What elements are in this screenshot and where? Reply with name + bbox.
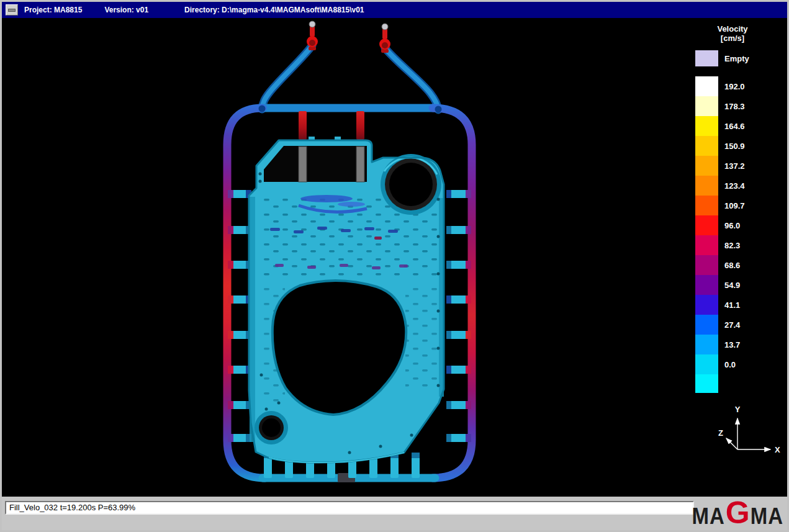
legend-swatch xyxy=(695,335,718,354)
color-legend: Velocity [cm/s] Empty 192.0 178.3 164.6 xyxy=(695,24,770,393)
legend-swatch xyxy=(695,76,718,96)
axis-z-label: Z xyxy=(718,428,723,438)
legend-value: 137.2 xyxy=(724,161,745,171)
legend-swatch xyxy=(695,275,718,295)
legend-entries: 192.0 178.3 164.6 150.9 137.2 xyxy=(695,76,770,374)
casting-visualization[interactable] xyxy=(2,18,787,497)
magma-logo: MA G MA xyxy=(692,500,783,528)
legend-swatch xyxy=(695,255,718,275)
legend-empty-label: Empty xyxy=(724,54,749,63)
legend-entry: 109.7 xyxy=(695,196,770,215)
legend-value: 13.7 xyxy=(724,340,740,349)
legend-value: 109.7 xyxy=(724,201,745,210)
legend-value: 150.9 xyxy=(724,142,745,151)
legend-entry: 164.6 xyxy=(695,116,770,136)
title-bar: Project: MA8815 Version: v01 Directory: … xyxy=(2,2,787,18)
legend-entry: 123.4 xyxy=(695,176,770,196)
legend-entry: 68.6 xyxy=(695,255,770,275)
bottom-bar: Fill_Velo_032 t=19.200s P=63.99% MA G MA xyxy=(2,497,787,530)
magma-logo-left: MA xyxy=(692,503,724,530)
legend-value: 54.9 xyxy=(724,281,740,290)
legend-end-swatch xyxy=(695,374,718,393)
result-name-field[interactable]: Fill_Velo_032 t=19.200s P=63.99% xyxy=(5,501,694,515)
ingate-bars-left xyxy=(228,190,251,442)
legend-swatch xyxy=(695,215,718,235)
legend-value: 0.0 xyxy=(724,360,736,369)
legend-value: 41.1 xyxy=(724,300,740,310)
legend-entry: 41.1 xyxy=(695,295,770,315)
legend-title-quantity: Velocity xyxy=(695,24,770,34)
legend-entry: 0.0 xyxy=(695,354,770,374)
axis-x-label: X xyxy=(775,445,780,454)
legend-entry: 82.3 xyxy=(695,235,770,255)
legend-swatch xyxy=(695,156,718,176)
axis-y-label: Y xyxy=(735,405,741,414)
legend-entry: 27.4 xyxy=(695,315,770,335)
legend-value: 82.3 xyxy=(724,241,740,250)
legend-entry: 96.0 xyxy=(695,215,770,235)
legend-value: 123.4 xyxy=(724,181,745,191)
ingate-bars-right xyxy=(446,190,471,442)
titlebar-project: Project: MA8815 xyxy=(24,6,82,14)
legend-title: Velocity [cm/s] xyxy=(695,24,770,43)
window-menu-icon[interactable] xyxy=(6,4,18,16)
legend-title-unit: [cm/s] xyxy=(695,34,770,43)
titlebar-version: Version: v01 xyxy=(104,6,148,14)
legend-swatch xyxy=(695,196,718,215)
legend-swatch xyxy=(695,96,718,116)
legend-entry: 137.2 xyxy=(695,156,770,176)
legend-value: 27.4 xyxy=(724,320,740,330)
legend-value: 96.0 xyxy=(724,221,740,230)
magma-logo-right: MA xyxy=(751,503,783,530)
legend-value: 192.0 xyxy=(724,82,745,91)
magma-logo-g: G xyxy=(726,500,750,526)
sprue-tubes xyxy=(262,45,438,110)
legend-empty-swatch xyxy=(695,50,718,66)
titlebar-directory: Directory: D:\magma-v4.4\MAGMAsoft\MA881… xyxy=(184,6,364,14)
legend-entry: 54.9 xyxy=(695,275,770,295)
legend-swatch xyxy=(695,235,718,255)
legend-entry: 13.7 xyxy=(695,335,770,354)
legend-swatch xyxy=(695,354,718,374)
legend-empty-row: Empty xyxy=(695,50,770,66)
axis-triad-icon: Y X Z xyxy=(709,402,782,462)
legend-swatch xyxy=(695,315,718,335)
legend-swatch xyxy=(695,176,718,196)
magmasoft-window: Project: MA8815 Version: v01 Directory: … xyxy=(0,0,789,532)
hole-bottom-left xyxy=(255,411,288,444)
hole-top-right xyxy=(381,154,441,215)
window-opening xyxy=(264,146,367,182)
legend-entry: 178.3 xyxy=(695,96,770,116)
legend-swatch xyxy=(695,136,718,156)
legend-entry: 150.9 xyxy=(695,136,770,156)
casting-part xyxy=(249,137,444,462)
legend-swatch xyxy=(695,295,718,315)
top-feeder-bars xyxy=(299,111,364,140)
legend-entry: 192.0 xyxy=(695,76,770,96)
legend-value: 164.6 xyxy=(724,122,745,131)
legend-value: 68.6 xyxy=(724,261,740,270)
legend-value: 178.3 xyxy=(724,102,745,111)
main-viewport: Velocity [cm/s] Empty 192.0 178.3 164.6 xyxy=(2,18,787,497)
legend-swatch xyxy=(695,116,718,136)
